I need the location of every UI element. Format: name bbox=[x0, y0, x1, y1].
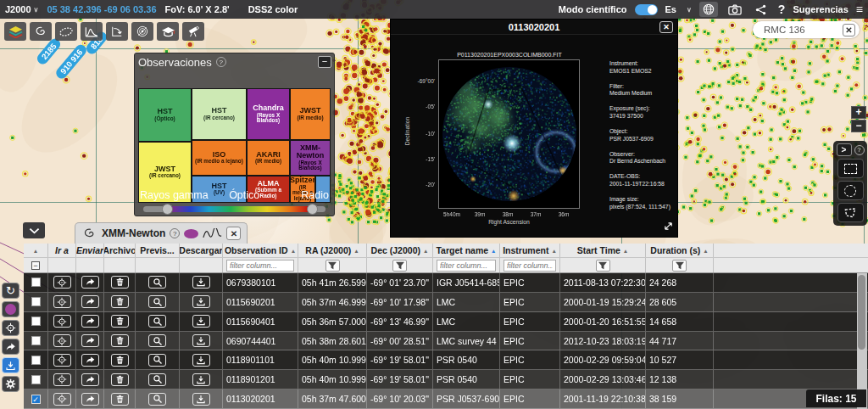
row-checkbox[interactable] bbox=[31, 317, 41, 326]
clear-search-icon[interactable]: ✕ bbox=[843, 24, 855, 36]
spectra-button[interactable] bbox=[81, 22, 103, 41]
row-checkbox[interactable] bbox=[31, 356, 41, 365]
menu-icon[interactable]: ≡ bbox=[856, 3, 863, 16]
table-row-0115690401[interactable]: 011569040105h 36m 57.000s-69° 13' 46.99"… bbox=[24, 312, 868, 332]
filter-target-name[interactable] bbox=[433, 258, 500, 272]
goto-button[interactable] bbox=[53, 393, 71, 406]
sort-icon[interactable]: ▲ bbox=[353, 248, 359, 254]
funnel-filter-button[interactable] bbox=[672, 260, 687, 272]
send-button[interactable] bbox=[81, 276, 99, 289]
send-button[interactable] bbox=[81, 295, 99, 308]
header-send[interactable]: Enviar bbox=[76, 244, 104, 257]
send-selection-button[interactable] bbox=[2, 339, 19, 355]
row-checkbox[interactable] bbox=[31, 336, 41, 345]
table-row-0118901101[interactable]: 011890110105h 40m 10.999s-69° 19' 58.01"… bbox=[24, 350, 868, 370]
header-goto[interactable]: Ir a bbox=[48, 244, 76, 257]
center-target-button[interactable] bbox=[2, 320, 19, 336]
help-icon[interactable]: ? bbox=[216, 57, 226, 67]
sort-icon[interactable]: ▲ bbox=[703, 248, 708, 254]
help-icon[interactable]: ? bbox=[170, 228, 180, 238]
funnel-filter-button[interactable] bbox=[392, 260, 407, 272]
header-instrument[interactable]: Instrument▲ bbox=[500, 244, 560, 257]
collapse-all-icon[interactable]: − bbox=[31, 261, 40, 270]
education-mode-button[interactable] bbox=[157, 22, 179, 41]
preview-button[interactable] bbox=[148, 334, 166, 347]
table-tab-xmm-newton[interactable]: XMM-Newton ? ✕ bbox=[75, 222, 248, 244]
archive-button[interactable] bbox=[111, 276, 129, 289]
header-download[interactable]: Descargar bbox=[180, 244, 223, 257]
screenshot-button[interactable] bbox=[726, 2, 744, 17]
download-button[interactable] bbox=[192, 354, 210, 367]
archive-button[interactable] bbox=[111, 354, 129, 367]
filter-ra-j2000-[interactable] bbox=[298, 258, 367, 272]
language-selector[interactable]: Es bbox=[665, 4, 676, 14]
filter-start-time[interactable] bbox=[560, 258, 646, 272]
send-button[interactable] bbox=[81, 373, 99, 386]
archive-button[interactable] bbox=[111, 393, 129, 406]
funnel-filter-button[interactable] bbox=[326, 260, 340, 272]
science-mode-toggle[interactable] bbox=[635, 4, 658, 15]
archive-button[interactable] bbox=[111, 295, 129, 308]
download-button[interactable] bbox=[192, 393, 210, 406]
search-box[interactable]: RMC 136 ✕ bbox=[753, 21, 860, 38]
filter-observation-id[interactable] bbox=[223, 258, 298, 272]
header-target-name[interactable]: Target name▲ bbox=[433, 244, 500, 257]
header-ra-j2000-[interactable]: RA (J2000)▲ bbox=[298, 244, 367, 257]
filter-input[interactable] bbox=[437, 260, 496, 272]
frame-selector[interactable]: J2000 bbox=[5, 4, 31, 14]
fits-image[interactable] bbox=[438, 59, 580, 209]
goto-button[interactable] bbox=[53, 295, 71, 308]
preview-button[interactable] bbox=[148, 295, 166, 308]
cell-checkbox[interactable] bbox=[24, 350, 48, 369]
purple-ellipse-icon[interactable] bbox=[184, 229, 198, 238]
mission-tile-chandra-2[interactable]: Chandra(Rayos X Blandos) bbox=[247, 88, 290, 140]
spectrum-handle-left[interactable] bbox=[162, 204, 173, 215]
header-start-time[interactable]: Start Time▲ bbox=[560, 244, 646, 257]
zoom-out-button[interactable]: − bbox=[851, 120, 866, 132]
preview-button[interactable] bbox=[148, 393, 166, 406]
sort-icon[interactable]: ▲ bbox=[491, 248, 496, 254]
table-scrollbar[interactable] bbox=[857, 273, 867, 409]
suggestions-button[interactable]: Sugerencias bbox=[793, 4, 848, 14]
observation-planner-button[interactable] bbox=[182, 22, 204, 41]
cell-checkbox[interactable] bbox=[24, 273, 48, 292]
catalog-galaxy-button[interactable] bbox=[30, 22, 52, 41]
download-button[interactable] bbox=[192, 276, 210, 289]
color-marker-button[interactable] bbox=[2, 301, 19, 317]
preview-button[interactable] bbox=[148, 315, 166, 328]
table-row-0113020201[interactable]: ✓011302020105h 37m 47.600s-69° 10' 20.03… bbox=[24, 389, 868, 409]
table-row-0679380101[interactable]: 067938010105h 41m 26.599s-69° 01' 23.70"… bbox=[24, 273, 868, 293]
refresh-button[interactable]: ↻ bbox=[2, 283, 19, 299]
filter-instrument[interactable] bbox=[500, 258, 560, 272]
header-preview[interactable]: Previs... bbox=[136, 244, 180, 257]
row-checkbox[interactable] bbox=[31, 277, 41, 287]
archive-button[interactable] bbox=[111, 315, 129, 328]
minimize-button[interactable]: − bbox=[318, 56, 331, 68]
mission-tile-hst-1[interactable]: HST(IR cercano) bbox=[192, 88, 247, 140]
download-button[interactable] bbox=[192, 373, 210, 386]
help-icon[interactable]: ? bbox=[854, 145, 865, 155]
send-button[interactable] bbox=[81, 315, 99, 328]
mission-tile-hst-0[interactable]: HST(Óptico) bbox=[138, 88, 192, 142]
layers-button[interactable] bbox=[4, 22, 26, 41]
header-archive[interactable]: Archivo bbox=[104, 244, 136, 257]
header-duration-s-[interactable]: Duration (s)▲ bbox=[646, 244, 714, 257]
row-checkbox[interactable] bbox=[31, 375, 41, 384]
table-row-0115690201[interactable]: 011569020105h 37m 46.999s-69° 10' 17.98"… bbox=[24, 293, 868, 312]
circle-select-button[interactable] bbox=[837, 181, 864, 200]
cell-checkbox[interactable] bbox=[24, 332, 48, 350]
send-button[interactable] bbox=[81, 354, 99, 367]
goto-button[interactable] bbox=[53, 276, 71, 289]
cell-checkbox[interactable] bbox=[24, 370, 48, 389]
preview-button[interactable] bbox=[148, 276, 166, 289]
funnel-filter-button[interactable] bbox=[596, 260, 610, 272]
mission-tile-jwst-3[interactable]: JWST(IR medio) bbox=[290, 88, 331, 140]
send-button[interactable] bbox=[81, 393, 99, 406]
cell-checkbox[interactable] bbox=[24, 312, 48, 331]
collapse-table-button[interactable] bbox=[23, 222, 45, 238]
download-button[interactable] bbox=[192, 315, 210, 328]
download-selection-button[interactable] bbox=[2, 357, 19, 373]
close-tab-icon[interactable]: ✕ bbox=[226, 227, 241, 240]
goto-button[interactable] bbox=[53, 373, 71, 386]
header-observation-id[interactable]: Observation ID▲ bbox=[223, 244, 298, 257]
